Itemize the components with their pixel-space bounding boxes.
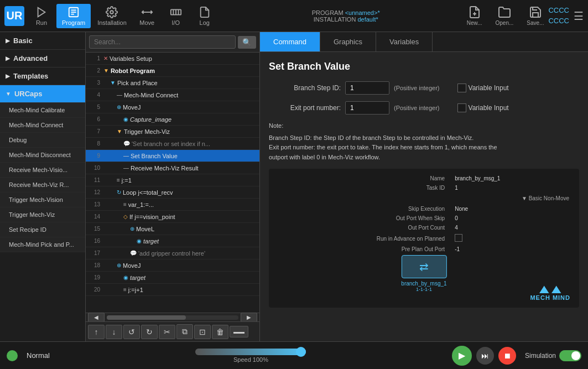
advanced-arrow-icon: ▶ — [6, 55, 10, 61]
open-button[interactable]: Open... — [491, 3, 518, 28]
status-label: Normal — [27, 351, 50, 360]
sidebar-section-urcaps[interactable]: ▼ URCaps — [0, 85, 85, 103]
run-advance-checkbox — [455, 234, 462, 242]
tree-row-1[interactable]: 1 ✕ Variables Setup — [86, 53, 259, 65]
branch-step-checkbox[interactable] — [457, 84, 466, 92]
comment-1-icon: 💬 — [123, 141, 130, 147]
simulation-toggle-switch[interactable] — [559, 350, 581, 361]
cut-button[interactable]: ✂ — [159, 325, 175, 339]
sidebar-item-mech-mind-calibrate[interactable]: Mech-Mind Calibrate — [0, 103, 85, 118]
app-logo: UR — [4, 6, 24, 26]
preview-outport-count-row: Out Port Count 4 — [274, 224, 574, 232]
paste-button[interactable]: ⊡ — [194, 325, 211, 339]
stop-button[interactable]: ⏹ — [498, 347, 516, 365]
tree-row-20[interactable]: 20 ≡ j:=j+1 — [86, 284, 259, 296]
tab-graphics[interactable]: Graphics — [320, 32, 376, 51]
tree-row-13[interactable]: 13 ≡ var_1:=... — [86, 199, 259, 211]
tree-row-18[interactable]: 18 ⊕ MoveJ — [86, 259, 259, 272]
speed-slider-track[interactable] — [195, 349, 306, 355]
sidebar-section-basic[interactable]: ▶ Basic — [0, 32, 85, 50]
tree-row-4[interactable]: 4 — Mech-Mind Connect — [86, 89, 259, 101]
brand-triangle-right — [551, 285, 561, 293]
new-button[interactable]: New... — [462, 3, 487, 28]
tree-row-12[interactable]: 12 ↻ Loop j<=total_recv — [86, 186, 259, 199]
branch-step-label: Branch Step ID: — [269, 84, 341, 92]
note-box: Note: Branch Step ID: the Step ID of the… — [269, 121, 579, 162]
sidebar-item-debug[interactable]: Debug — [0, 133, 85, 148]
scroll-right-button[interactable]: ▶ — [241, 313, 257, 322]
sidebar-item-mech-mind-disconnect[interactable]: Mech-Mind Disconnect — [0, 148, 85, 163]
program-panel: 🔍 1 ✕ Variables Setup 2 ▼ Robot Program … — [86, 32, 260, 341]
tree-row-6[interactable]: 6 ◉ Capture_image — [86, 113, 259, 126]
tree-row-14[interactable]: 14 ◇ If j==vision_point — [86, 211, 259, 223]
tree-row-3[interactable]: 3 ▼ Pick and Place — [86, 77, 259, 89]
sidebar-item-trigger-mech-vision[interactable]: Trigger Mech-Vision — [0, 193, 85, 207]
redo-button[interactable]: ↻ — [141, 325, 158, 339]
node-box: ⇄ branch_by_msg_1 1-1-1-1 — [401, 255, 446, 292]
tree-row-16[interactable]: 16 ◉ target — [86, 235, 259, 247]
sidebar-item-receive-mech-viz-r[interactable]: Receive Mech-Viz R... — [0, 178, 85, 193]
sidebar-item-mech-mind-pick[interactable]: Mech-Mind Pick and P... — [0, 237, 85, 252]
movej-2-icon: ⊕ — [117, 262, 121, 268]
sidebar-section-advanced[interactable]: ▶ Advanced — [0, 50, 85, 67]
step-button[interactable]: ⏭ — [476, 347, 494, 365]
tab-run[interactable]: Run — [28, 4, 55, 28]
brand-logo: MECH MIND — [530, 285, 570, 301]
suppress-button[interactable]: ▬▬ — [230, 326, 248, 337]
tree-row-19[interactable]: 19 ◉ target — [86, 272, 259, 284]
speed-slider-thumb[interactable] — [296, 347, 306, 357]
copy-button[interactable]: ⧉ — [176, 324, 193, 339]
right-panel: Command Graphics Variables Set Branch Va… — [260, 32, 588, 341]
mech-mind-connect-icon: — — [117, 92, 122, 98]
tab-command[interactable]: Command — [260, 32, 320, 51]
preview-name-row: Name branch_by_msg_1 — [274, 174, 574, 183]
tree-row-5[interactable]: 5 ⊕ MoveJ — [86, 101, 259, 113]
menu-icon[interactable]: ☰ — [574, 9, 584, 23]
horizontal-scrollbar[interactable]: ◀ ▶ — [86, 313, 259, 321]
assign-j1-icon: ≡ — [117, 177, 120, 183]
sidebar-item-trigger-mech-viz[interactable]: Trigger Mech-Viz — [0, 207, 85, 222]
tree-row-2[interactable]: 2 ▼ Robot Program — [86, 65, 259, 77]
move-down-button[interactable]: ↓ — [106, 325, 122, 339]
tab-io[interactable]: I/O — [162, 4, 190, 28]
tab-program[interactable]: Program — [56, 4, 91, 28]
preview-outport-skip-row: Out Port When Skip 0 — [274, 214, 574, 222]
sidebar-item-set-recipe-id[interactable]: Set Recipe ID — [0, 222, 85, 237]
program-toolbar: ↑ ↓ ↺ ↻ ✂ ⧉ ⊡ 🗑 ▬▬ — [86, 321, 259, 341]
comment-2-icon: 💬 — [130, 250, 137, 256]
tree-row-9[interactable]: 9 — Set Branch Value — [86, 150, 259, 162]
exit-port-input[interactable] — [345, 101, 389, 115]
note-title: Note: — [269, 121, 579, 131]
tab-installation[interactable]: Installation — [92, 4, 132, 28]
scroll-left-button[interactable]: ◀ — [88, 313, 105, 322]
node-id: 1-1-1-1 — [401, 287, 446, 292]
branch-step-input[interactable] — [345, 81, 389, 95]
sidebar-section-templates[interactable]: ▶ Templates — [0, 67, 85, 85]
undo-button[interactable]: ↺ — [123, 325, 140, 339]
tree-row-8[interactable]: 8 💬 'Set branch or set index if n... — [86, 138, 259, 150]
tree-row-10[interactable]: 10 — Receive Mech-Viz Result — [86, 162, 259, 174]
play-button[interactable]: ▶ — [452, 346, 472, 366]
speed-value-label: Speed 100% — [233, 356, 268, 363]
sidebar-item-receive-mech-vision[interactable]: Receive Mech-Visio... — [0, 163, 85, 178]
tree-row-15[interactable]: 15 ⊕ MoveL — [86, 223, 259, 235]
tree-row-11[interactable]: 11 ≡ j:=1 — [86, 174, 259, 186]
save-button[interactable]: Save... — [522, 3, 548, 28]
move-up-button[interactable]: ↑ — [88, 325, 105, 339]
tab-variables[interactable]: Variables — [376, 32, 433, 51]
tree-row-7[interactable]: 7 ▼ Trigger Mech-Viz — [86, 126, 259, 138]
tree-row-17[interactable]: 17 💬 'add gripper control here' — [86, 247, 259, 259]
speed-control: Speed 100% — [59, 349, 443, 363]
exit-port-checkbox[interactable] — [457, 103, 466, 112]
sidebar-item-mech-mind-connect[interactable]: Mech-Mind Connect — [0, 118, 85, 133]
urcaps-arrow-icon: ▼ — [6, 91, 11, 97]
movel-icon: ⊕ — [130, 226, 134, 232]
tab-log[interactable]: Log — [191, 4, 218, 28]
program-tree: 1 ✕ Variables Setup 2 ▼ Robot Program 3 … — [86, 53, 259, 313]
delete-button[interactable]: 🗑 — [212, 325, 228, 339]
tab-move[interactable]: Move — [133, 4, 161, 28]
target-2-icon: ◉ — [123, 274, 128, 280]
search-button[interactable]: 🔍 — [238, 36, 256, 49]
panel-title: Set Branch Value — [269, 61, 579, 72]
search-input[interactable] — [89, 35, 236, 49]
